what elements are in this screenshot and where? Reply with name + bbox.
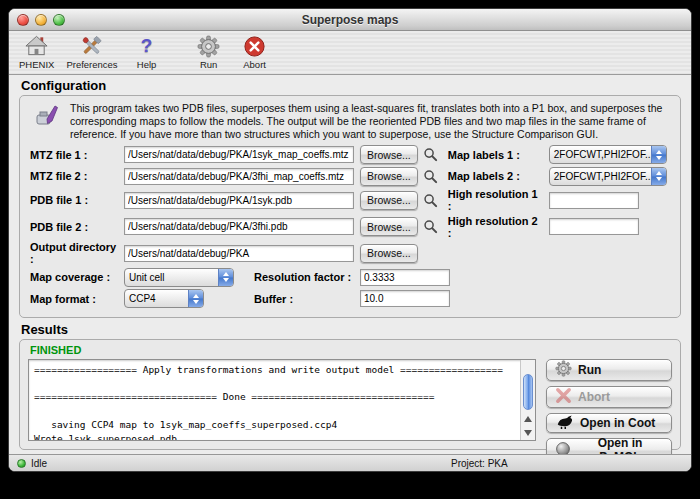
output-directory-label: Output directory : [30,241,118,265]
combo-arrows-icon [651,168,666,185]
status-badge: FINISHED [30,344,672,356]
map-labels-2-select[interactable]: 2FOFCWT,PHI2FOF... [549,167,667,186]
zoom-button[interactable] [53,14,65,26]
minimize-button[interactable] [35,14,47,26]
mtz-file-2-search-icon[interactable] [422,169,440,184]
toolbar-help-button[interactable]: ? Help [130,33,164,70]
phenix-home-icon [24,33,49,59]
mtz-file-1-row: MTZ file 1 : Browse... Map labels 1 : 2F… [30,145,670,164]
high-resolution-1-label: High resolution 1 : [448,188,543,212]
high-resolution-2-input[interactable] [549,218,639,235]
combo-arrows-icon [188,290,203,307]
pdb-file-1-search-icon[interactable] [422,193,440,208]
close-button[interactable] [17,14,29,26]
run-gear-icon [197,33,220,59]
map-labels-1-value: 2FOFCWT,PHI2FOF... [550,149,651,160]
run-button[interactable]: Run [546,359,672,381]
pdb-file-2-search-icon[interactable] [422,219,440,234]
resolution-factor-input[interactable] [360,269,450,286]
open-in-coot-label: Open in Coot [580,416,655,430]
toolbar-item-label: Preferences [66,59,117,70]
output-directory-browse-button[interactable]: Browse... [360,244,418,263]
status-bar: Idle Project: PKA [9,454,691,471]
program-icon [32,102,62,128]
toolbar: PHENIX Preferences ? [9,31,691,75]
abort-icon [243,33,266,59]
high-resolution-1-input[interactable] [549,192,639,209]
pdb-file-1-input[interactable] [124,192,354,209]
toolbar-item-label: Help [137,59,157,70]
map-labels-2-label: Map labels 2 : [448,170,543,182]
app-window: Superpose maps PHENIX [8,8,692,472]
window-controls [9,14,65,26]
run-button-label: Run [578,363,601,377]
toolbar-item-label: PHENIX [19,59,54,70]
status-state: Idle [31,458,47,469]
abort-button-label: Abort [578,390,610,404]
high-resolution-2-label: High resolution 2 : [448,215,543,239]
toolbar-item-label: Abort [243,59,266,70]
mtz-file-2-row: MTZ file 2 : Browse... Map labels 2 : 2F… [30,167,670,186]
map-format-select[interactable]: CCP4 [124,289,204,308]
map-labels-2-value: 2FOFCWT,PHI2FOF... [550,171,651,182]
map-coverage-select[interactable]: Unit cell [124,268,234,287]
toolbar-phenix-button[interactable]: PHENIX [19,33,54,70]
resolution-factor-label: Resolution factor : [254,271,354,283]
help-icon: ? [141,33,153,59]
console-text: ================== Apply transformations… [29,360,535,441]
run-gear-icon [555,360,572,380]
buffer-input[interactable] [360,290,450,307]
results-section-title: Results [21,322,681,337]
pdb-file-2-row: PDB file 2 : Browse... High resolution 2… [30,215,670,239]
toolbar-item-label: Run [200,59,217,70]
output-directory-row: Output directory : Browse... [30,241,670,265]
titlebar[interactable]: Superpose maps [9,9,691,31]
preferences-tools-icon [79,33,104,59]
configuration-panel: This program takes two PDB files, superp… [19,95,681,318]
mtz-file-1-search-icon[interactable] [422,147,440,162]
map-labels-1-label: Map labels 1 : [448,149,543,161]
toolbar-abort-button[interactable]: Abort [238,33,272,70]
pdb-file-1-browse-button[interactable]: Browse... [360,191,418,210]
output-directory-input[interactable] [124,245,354,262]
scrollbar-thumb[interactable] [523,374,533,410]
buffer-label: Buffer : [254,293,354,305]
coot-bird-icon [555,414,574,432]
map-format-value: CCP4 [125,293,188,304]
console-output[interactable]: ================== Apply transformations… [28,359,536,441]
map-format-row: Map format : CCP4 Buffer : [30,289,670,308]
pdb-file-1-row: PDB file 1 : Browse... High resolution 1… [30,188,670,212]
idle-status-icon [17,459,26,468]
mtz-file-1-browse-button[interactable]: Browse... [360,145,418,164]
mtz-file-2-input[interactable] [124,168,354,185]
scrollbar-arrows[interactable] [521,414,535,438]
pdb-file-1-label: PDB file 1 : [30,194,118,206]
window-title: Superpose maps [9,13,691,27]
pdb-file-2-browse-button[interactable]: Browse... [360,217,418,236]
pdb-file-2-label: PDB file 2 : [30,221,118,233]
open-in-coot-button[interactable]: Open in Coot [546,413,672,433]
map-coverage-value: Unit cell [125,272,218,283]
project-label: Project: PKA [451,458,508,469]
main-content: Configuration This program takes two PDB… [9,75,691,454]
scroll-up-icon[interactable] [524,416,532,422]
scroll-down-icon[interactable] [524,430,532,436]
program-description: This program takes two PDB files, superp… [70,102,668,140]
map-coverage-row: Map coverage : Unit cell Resolution fact… [30,268,670,287]
map-labels-1-select[interactable]: 2FOFCWT,PHI2FOF... [549,145,667,164]
toolbar-run-button[interactable]: Run [192,33,226,70]
map-coverage-label: Map coverage : [30,271,118,283]
abort-button[interactable]: Abort [546,386,672,408]
results-panel: FINISHED ================== Apply transf… [19,339,681,450]
combo-arrows-icon [651,146,666,163]
combo-arrows-icon [218,269,233,286]
map-format-label: Map format : [30,293,118,305]
mtz-file-2-label: MTZ file 2 : [30,170,118,182]
toolbar-preferences-button[interactable]: Preferences [66,33,117,70]
abort-x-icon [555,387,572,407]
configuration-section-title: Configuration [21,78,681,93]
mtz-file-2-browse-button[interactable]: Browse... [360,167,418,186]
mtz-file-1-input[interactable] [124,146,354,163]
pdb-file-2-input[interactable] [124,218,354,235]
console-scrollbar[interactable] [520,360,535,440]
